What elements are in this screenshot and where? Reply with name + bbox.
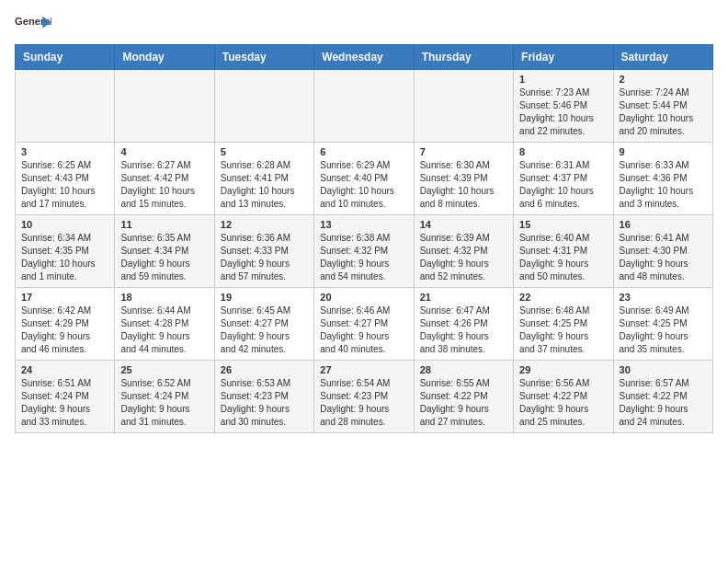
day-number: 10 bbox=[21, 219, 108, 230]
day-info: Sunrise: 6:47 AM Sunset: 4:26 PM Dayligh… bbox=[420, 304, 507, 356]
calendar-cell: 23Sunrise: 6:49 AM Sunset: 4:25 PM Dayli… bbox=[613, 288, 712, 361]
calendar-cell: 3Sunrise: 6:25 AM Sunset: 4:43 PM Daylig… bbox=[16, 143, 115, 215]
day-number: 20 bbox=[320, 292, 407, 303]
day-number: 22 bbox=[519, 292, 607, 303]
day-info: Sunrise: 6:36 AM Sunset: 4:33 PM Dayligh… bbox=[221, 232, 308, 283]
calendar-table: SundayMondayTuesdayWednesdayThursdayFrid… bbox=[15, 44, 713, 433]
calendar-cell: 4Sunrise: 6:27 AM Sunset: 4:42 PM Daylig… bbox=[115, 143, 214, 215]
day-number: 8 bbox=[519, 146, 607, 157]
logo: General bbox=[15, 15, 51, 33]
calendar-cell: 17Sunrise: 6:42 AM Sunset: 4:29 PM Dayli… bbox=[16, 288, 115, 361]
day-info: Sunrise: 6:48 AM Sunset: 4:25 PM Dayligh… bbox=[519, 304, 607, 356]
day-number: 30 bbox=[620, 364, 707, 375]
calendar-cell: 2Sunrise: 7:24 AM Sunset: 5:44 PM Daylig… bbox=[613, 70, 712, 143]
calendar-cell: 26Sunrise: 6:53 AM Sunset: 4:23 PM Dayli… bbox=[214, 361, 313, 433]
calendar-cell bbox=[16, 70, 115, 143]
day-info: Sunrise: 6:31 AM Sunset: 4:37 PM Dayligh… bbox=[519, 159, 607, 211]
day-number: 24 bbox=[21, 364, 108, 375]
day-info: Sunrise: 6:45 AM Sunset: 4:27 PM Dayligh… bbox=[221, 304, 308, 356]
day-info: Sunrise: 6:35 AM Sunset: 4:34 PM Dayligh… bbox=[120, 232, 208, 283]
day-number: 6 bbox=[320, 146, 407, 157]
calendar-cell: 22Sunrise: 6:48 AM Sunset: 4:25 PM Dayli… bbox=[514, 288, 613, 361]
day-number: 27 bbox=[320, 364, 407, 375]
day-number: 28 bbox=[420, 364, 507, 375]
day-number: 7 bbox=[420, 146, 507, 157]
calendar-cell: 20Sunrise: 6:46 AM Sunset: 4:27 PM Dayli… bbox=[314, 288, 414, 361]
day-number: 29 bbox=[519, 364, 607, 375]
day-number: 1 bbox=[519, 74, 607, 85]
day-number: 19 bbox=[221, 292, 308, 303]
day-number: 11 bbox=[120, 219, 208, 230]
weekday-header-sunday: Sunday bbox=[16, 45, 115, 70]
calendar-cell: 28Sunrise: 6:55 AM Sunset: 4:22 PM Dayli… bbox=[414, 361, 513, 433]
weekday-header-friday: Friday bbox=[514, 45, 613, 70]
day-info: Sunrise: 6:42 AM Sunset: 4:29 PM Dayligh… bbox=[21, 304, 108, 356]
logo-icon: General bbox=[15, 15, 51, 31]
calendar-cell: 16Sunrise: 6:41 AM Sunset: 4:30 PM Dayli… bbox=[613, 215, 712, 288]
day-info: Sunrise: 7:24 AM Sunset: 5:44 PM Dayligh… bbox=[620, 86, 707, 138]
week-row-5: 24Sunrise: 6:51 AM Sunset: 4:24 PM Dayli… bbox=[16, 361, 713, 433]
calendar-cell bbox=[214, 70, 313, 143]
day-info: Sunrise: 6:41 AM Sunset: 4:30 PM Dayligh… bbox=[620, 232, 707, 283]
calendar-cell: 24Sunrise: 6:51 AM Sunset: 4:24 PM Dayli… bbox=[16, 361, 115, 433]
calendar-cell: 25Sunrise: 6:52 AM Sunset: 4:24 PM Dayli… bbox=[115, 361, 214, 433]
weekday-header-thursday: Thursday bbox=[414, 45, 513, 70]
page-header: General bbox=[15, 15, 713, 33]
day-info: Sunrise: 6:53 AM Sunset: 4:23 PM Dayligh… bbox=[221, 377, 308, 429]
calendar-cell bbox=[414, 70, 513, 143]
week-row-2: 3Sunrise: 6:25 AM Sunset: 4:43 PM Daylig… bbox=[16, 143, 713, 215]
calendar-cell: 15Sunrise: 6:40 AM Sunset: 4:31 PM Dayli… bbox=[514, 215, 613, 288]
day-number: 14 bbox=[420, 219, 507, 230]
weekday-header-row: SundayMondayTuesdayWednesdayThursdayFrid… bbox=[16, 45, 713, 70]
day-info: Sunrise: 6:29 AM Sunset: 4:40 PM Dayligh… bbox=[320, 159, 407, 211]
day-number: 13 bbox=[320, 219, 407, 230]
day-number: 15 bbox=[519, 219, 607, 230]
day-info: Sunrise: 6:49 AM Sunset: 4:25 PM Dayligh… bbox=[620, 304, 707, 356]
weekday-header-tuesday: Tuesday bbox=[214, 45, 313, 70]
day-info: Sunrise: 6:33 AM Sunset: 4:36 PM Dayligh… bbox=[620, 159, 707, 211]
weekday-header-saturday: Saturday bbox=[613, 45, 712, 70]
day-info: Sunrise: 6:46 AM Sunset: 4:27 PM Dayligh… bbox=[320, 304, 407, 356]
day-info: Sunrise: 6:39 AM Sunset: 4:32 PM Dayligh… bbox=[420, 232, 507, 283]
day-info: Sunrise: 6:27 AM Sunset: 4:42 PM Dayligh… bbox=[120, 159, 208, 211]
calendar-cell: 9Sunrise: 6:33 AM Sunset: 4:36 PM Daylig… bbox=[613, 143, 712, 215]
calendar-cell: 6Sunrise: 6:29 AM Sunset: 4:40 PM Daylig… bbox=[314, 143, 414, 215]
weekday-header-monday: Monday bbox=[115, 45, 214, 70]
day-info: Sunrise: 6:52 AM Sunset: 4:24 PM Dayligh… bbox=[120, 377, 208, 429]
day-info: Sunrise: 6:38 AM Sunset: 4:32 PM Dayligh… bbox=[320, 232, 407, 283]
calendar-cell: 21Sunrise: 6:47 AM Sunset: 4:26 PM Dayli… bbox=[414, 288, 513, 361]
calendar-cell bbox=[314, 70, 414, 143]
day-info: Sunrise: 6:54 AM Sunset: 4:23 PM Dayligh… bbox=[320, 377, 407, 429]
day-info: Sunrise: 6:25 AM Sunset: 4:43 PM Dayligh… bbox=[21, 159, 108, 211]
day-number: 21 bbox=[420, 292, 507, 303]
week-row-3: 10Sunrise: 6:34 AM Sunset: 4:35 PM Dayli… bbox=[16, 215, 713, 288]
calendar-cell: 5Sunrise: 6:28 AM Sunset: 4:41 PM Daylig… bbox=[214, 143, 313, 215]
calendar-cell: 12Sunrise: 6:36 AM Sunset: 4:33 PM Dayli… bbox=[214, 215, 313, 288]
day-info: Sunrise: 7:23 AM Sunset: 5:46 PM Dayligh… bbox=[519, 86, 607, 138]
calendar-cell: 7Sunrise: 6:30 AM Sunset: 4:39 PM Daylig… bbox=[414, 143, 513, 215]
calendar-cell: 14Sunrise: 6:39 AM Sunset: 4:32 PM Dayli… bbox=[414, 215, 513, 288]
calendar-cell: 30Sunrise: 6:57 AM Sunset: 4:22 PM Dayli… bbox=[613, 361, 712, 433]
calendar-cell: 19Sunrise: 6:45 AM Sunset: 4:27 PM Dayli… bbox=[214, 288, 313, 361]
day-number: 4 bbox=[120, 146, 208, 157]
day-number: 9 bbox=[620, 146, 707, 157]
calendar-cell: 8Sunrise: 6:31 AM Sunset: 4:37 PM Daylig… bbox=[514, 143, 613, 215]
day-number: 16 bbox=[620, 219, 707, 230]
day-info: Sunrise: 6:57 AM Sunset: 4:22 PM Dayligh… bbox=[620, 377, 707, 429]
weekday-header-wednesday: Wednesday bbox=[314, 45, 414, 70]
day-number: 2 bbox=[620, 74, 707, 85]
week-row-4: 17Sunrise: 6:42 AM Sunset: 4:29 PM Dayli… bbox=[16, 288, 713, 361]
day-number: 12 bbox=[221, 219, 308, 230]
day-info: Sunrise: 6:56 AM Sunset: 4:22 PM Dayligh… bbox=[519, 377, 607, 429]
day-number: 18 bbox=[120, 292, 208, 303]
day-info: Sunrise: 6:28 AM Sunset: 4:41 PM Dayligh… bbox=[221, 159, 308, 211]
day-info: Sunrise: 6:30 AM Sunset: 4:39 PM Dayligh… bbox=[420, 159, 507, 211]
calendar-cell: 11Sunrise: 6:35 AM Sunset: 4:34 PM Dayli… bbox=[115, 215, 214, 288]
calendar-cell: 29Sunrise: 6:56 AM Sunset: 4:22 PM Dayli… bbox=[514, 361, 613, 433]
day-info: Sunrise: 6:34 AM Sunset: 4:35 PM Dayligh… bbox=[21, 232, 108, 283]
calendar-cell: 10Sunrise: 6:34 AM Sunset: 4:35 PM Dayli… bbox=[16, 215, 115, 288]
day-info: Sunrise: 6:51 AM Sunset: 4:24 PM Dayligh… bbox=[21, 377, 108, 429]
day-info: Sunrise: 6:44 AM Sunset: 4:28 PM Dayligh… bbox=[120, 304, 208, 356]
calendar-cell: 18Sunrise: 6:44 AM Sunset: 4:28 PM Dayli… bbox=[115, 288, 214, 361]
week-row-1: 1Sunrise: 7:23 AM Sunset: 5:46 PM Daylig… bbox=[16, 70, 713, 143]
